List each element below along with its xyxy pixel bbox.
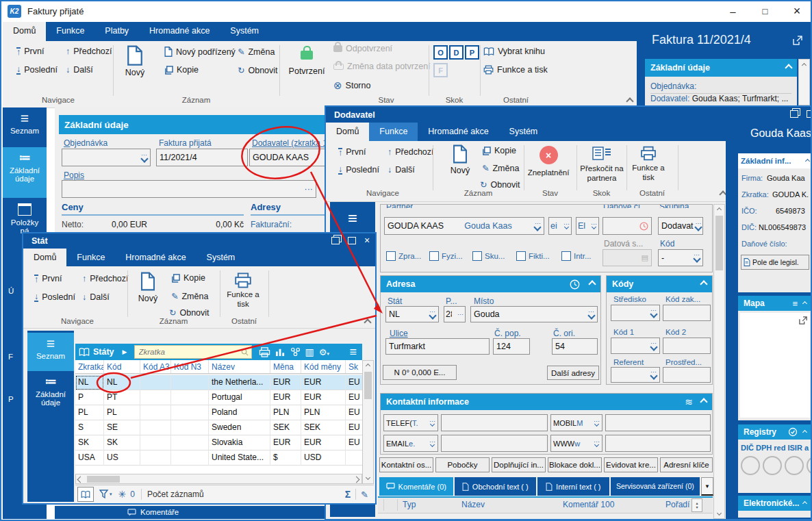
tab-funkce[interactable]: Funkce (66, 249, 115, 266)
kod2-field[interactable] (663, 338, 711, 354)
prev-button[interactable]: ↑Předchozí (82, 274, 129, 283)
registry-links[interactable]: DIČ DPH red ISIR a (741, 444, 809, 452)
col-poradi[interactable]: Pořadí (665, 500, 689, 509)
prev-button[interactable]: ↑Předchozí (66, 47, 112, 56)
tab-domu[interactable]: Domů (23, 249, 66, 266)
next-button[interactable]: ↓Další (82, 292, 110, 302)
pobocky-button[interactable]: Pobočky (435, 457, 490, 472)
snowflake-icon[interactable]: ✳ (118, 489, 127, 500)
misto-field[interactable]: Gouda (470, 306, 598, 322)
telefon-type-field[interactable]: TELEF(T. (383, 414, 438, 431)
col-nazev[interactable]: Název (461, 500, 485, 509)
grid-header-row[interactable]: Zkratka Kód Kód A3 Kód N3 Název Měna Kód… (75, 360, 362, 374)
www-type-field[interactable]: WWWw (550, 435, 602, 452)
columns-icon[interactable]: ▥ (305, 346, 314, 357)
collapse-icon[interactable] (700, 280, 707, 288)
www-field[interactable] (605, 435, 711, 452)
form-scrollbar[interactable] (713, 204, 725, 519)
invalidate-button[interactable]: × Zneplatnění (522, 146, 574, 177)
maximize-icon[interactable] (807, 110, 812, 118)
func-print-button[interactable]: Funkce a tisk (222, 272, 264, 309)
tab-obchodni-text[interactable]: Obchodní text ( ) (455, 477, 537, 496)
cpop-field[interactable]: 124 (493, 338, 530, 355)
last-button[interactable]: ↓Poslední (338, 165, 379, 175)
tab-servisovana-zarizeni[interactable]: Servisovaná zařízení (0) (611, 477, 700, 496)
tab-platby[interactable]: Platby (94, 22, 139, 41)
dodavatel-titlebar[interactable]: Dodavatel (326, 107, 812, 123)
checkbox-zpracovani[interactable]: Zpra... (386, 251, 421, 261)
check-circle-icon[interactable] (788, 427, 798, 437)
small-field-1[interactable]: ei (548, 217, 572, 235)
jump-partner-button[interactable]: Přeskočit na partnera (575, 147, 629, 183)
first-button[interactable]: ↑První (16, 47, 44, 56)
next-button[interactable]: ↓Další (66, 65, 93, 75)
kod1-field[interactable] (611, 338, 660, 354)
sidebar-item-zakladni-udaje[interactable]: ≔Základní údaje (3, 147, 47, 198)
cori-field[interactable]: 54 (552, 338, 598, 355)
doplnujici-button[interactable]: Doplňující in... (492, 457, 546, 472)
email-type-field[interactable]: EMAILe. (383, 435, 438, 452)
checkbox-fiktivni[interactable]: Fikti... (516, 251, 550, 261)
grid-vscrollbar[interactable] (362, 360, 374, 484)
evidovat-button[interactable]: Evidovat kre... (604, 457, 658, 472)
change-button[interactable]: ✎Změna (482, 163, 519, 173)
mobil-field[interactable] (605, 414, 711, 431)
menu-icon[interactable]: ≡ (792, 298, 798, 309)
tab-system[interactable]: Systém (220, 22, 269, 41)
collapse-icon[interactable] (588, 280, 596, 288)
confirm-button[interactable]: Potvrzení (282, 44, 331, 76)
jump-f-button[interactable]: F (433, 63, 448, 77)
tab-hromadne-akce[interactable]: Hromadné akce (115, 249, 196, 266)
table-row[interactable]: SKSKSlovakiaEUREUREU (75, 435, 362, 450)
tab-funkce[interactable]: Funkce (369, 123, 418, 141)
tab-system[interactable]: Systém (196, 249, 246, 266)
dalsi-adresy-button[interactable]: Další adresy (547, 366, 599, 380)
close-button[interactable]: × (782, 1, 812, 21)
tab-interni-text[interactable]: Interní text ( ) (537, 477, 609, 496)
first-button[interactable]: ↑První (34, 274, 62, 283)
jump-o-button[interactable]: O (433, 45, 448, 60)
book-view-button[interactable] (77, 487, 94, 502)
close-icon[interactable]: × (361, 233, 372, 247)
first-button[interactable]: ↑První (338, 147, 366, 157)
spinner-control[interactable]: ▴▾ (692, 498, 702, 512)
col-komentar[interactable]: Komentář 100 (563, 500, 614, 509)
tax-date-field[interactable] (602, 217, 652, 235)
checkbox-sklad[interactable]: Sku... (472, 251, 505, 261)
collapse-icon[interactable] (700, 398, 707, 405)
chart-icon[interactable] (275, 347, 286, 357)
col-typ[interactable]: Typ (403, 500, 416, 509)
kod-field[interactable]: - (658, 249, 703, 266)
jump-d-button[interactable]: D (449, 45, 464, 60)
change-button[interactable]: ✎Změna (171, 291, 208, 301)
new-button[interactable]: Nový (133, 272, 163, 303)
stredisko-field[interactable] (611, 305, 660, 321)
storno-button[interactable]: ⊗Storno (333, 79, 370, 92)
blokace-button[interactable]: Blokace dokl... (548, 457, 602, 472)
objednavka-field[interactable] (62, 149, 151, 166)
tab-hromadne-akce[interactable]: Hromadné akce (139, 22, 220, 41)
checkbox-fyzicka[interactable]: Fyzi... (429, 251, 463, 261)
restore-icon[interactable] (790, 110, 798, 118)
change-confirm-date-button[interactable]: Změna data potvrzení (333, 62, 431, 71)
tabs-overflow-button[interactable]: ▼ (701, 477, 713, 496)
pole-legisl-button[interactable]: Pole dle legisl. (741, 255, 809, 270)
book-menu-icon[interactable]: ▶ (123, 348, 127, 355)
preview-scrollbar[interactable] (798, 59, 810, 105)
sidebar-item-zakladni-udaje[interactable]: ≔Základní údaje (27, 371, 74, 420)
stat-titlebar[interactable]: Stát × (23, 233, 375, 249)
psc-field[interactable]: 28··· (444, 306, 466, 322)
collapse-icon[interactable] (805, 158, 810, 163)
map-area[interactable] (740, 313, 810, 418)
tab-komentare[interactable]: Komentáře (0) (379, 477, 453, 496)
adresni-klice-button[interactable]: Adresní klíče (660, 457, 713, 472)
small-field-2[interactable]: El (576, 217, 599, 235)
ulice-field[interactable]: Turfmarkt (385, 338, 490, 355)
ribbon-collapse-icon[interactable] (364, 318, 371, 326)
prev-button[interactable]: ↑Předchozí (388, 147, 434, 157)
table-row[interactable]: PPTPortugalEUREUREU (75, 390, 362, 405)
last-button[interactable]: ↓Poslední (16, 65, 58, 75)
new-button[interactable]: Nový (120, 44, 149, 77)
mobil-type-field[interactable]: MOBILM (550, 414, 602, 431)
print-icon[interactable] (259, 347, 270, 357)
